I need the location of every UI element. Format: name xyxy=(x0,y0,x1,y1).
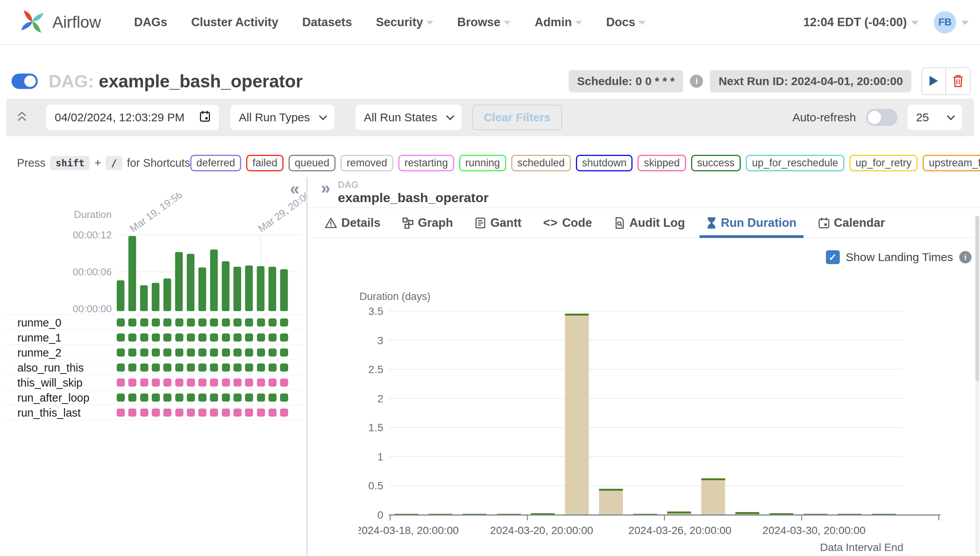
task-instance-success[interactable] xyxy=(175,318,183,327)
task-instance-success[interactable] xyxy=(233,348,242,357)
tab-gantt[interactable]: Gantt xyxy=(468,208,529,238)
task-instance-skipped[interactable] xyxy=(198,409,206,417)
task-name[interactable]: also_run_this xyxy=(17,362,84,374)
task-instance-success[interactable] xyxy=(245,363,253,372)
task-instance-skipped[interactable] xyxy=(222,409,230,417)
task-instance-skipped[interactable] xyxy=(257,378,265,387)
task-instance-success[interactable] xyxy=(163,363,171,372)
task-instance-success[interactable] xyxy=(198,318,206,327)
task-instance-success[interactable] xyxy=(152,348,160,357)
task-instance-success[interactable] xyxy=(128,318,136,327)
task-instance-success[interactable] xyxy=(117,394,125,402)
task-instance-success[interactable] xyxy=(117,348,125,357)
legend-pill-shutdown[interactable]: shutdown xyxy=(576,155,633,171)
delete-dag-button[interactable] xyxy=(946,67,971,95)
task-instance-skipped[interactable] xyxy=(187,378,195,387)
task-instance-success[interactable] xyxy=(140,394,148,402)
task-instance-success[interactable] xyxy=(245,318,253,327)
task-instance-success[interactable] xyxy=(268,348,277,357)
tab-graph[interactable]: Graph xyxy=(395,208,460,238)
task-instance-success[interactable] xyxy=(245,333,253,342)
legend-pill-up-for-retry[interactable]: up_for_retry xyxy=(849,155,918,171)
task-instance-skipped[interactable] xyxy=(268,378,277,387)
task-instance-success[interactable] xyxy=(163,333,171,342)
task-instance-success[interactable] xyxy=(187,394,195,402)
task-instance-success[interactable] xyxy=(233,318,242,327)
clock-dropdown[interactable]: 12:04 EDT (-04:00) xyxy=(803,15,918,29)
task-instance-success[interactable] xyxy=(187,318,195,327)
nav-item-datasets[interactable]: Datasets xyxy=(302,15,352,29)
task-instance-success[interactable] xyxy=(268,333,277,342)
task-instance-success[interactable] xyxy=(175,348,183,357)
task-instance-skipped[interactable] xyxy=(175,378,183,387)
task-instance-success[interactable] xyxy=(245,348,253,357)
task-instance-success[interactable] xyxy=(175,363,183,372)
task-instance-skipped[interactable] xyxy=(198,378,206,387)
scrollbar-thumb[interactable] xyxy=(975,216,979,381)
task-name[interactable]: run_after_loop xyxy=(17,392,89,404)
tab-calendar[interactable]: Calendar xyxy=(811,208,892,238)
task-instance-skipped[interactable] xyxy=(187,409,195,417)
legend-pill-running[interactable]: running xyxy=(459,155,506,171)
task-instance-skipped[interactable] xyxy=(140,378,148,387)
legend-pill-deferred[interactable]: deferred xyxy=(190,155,242,171)
task-instance-skipped[interactable] xyxy=(245,409,253,417)
task-name[interactable]: runme_0 xyxy=(17,317,61,329)
tab-audit-log[interactable]: Audit Log xyxy=(607,208,692,238)
task-instance-success[interactable] xyxy=(233,333,242,342)
task-instance-success[interactable] xyxy=(152,394,160,402)
task-instance-success[interactable] xyxy=(210,348,218,357)
task-instance-skipped[interactable] xyxy=(117,378,125,387)
task-instance-success[interactable] xyxy=(257,318,265,327)
task-instance-success[interactable] xyxy=(222,318,230,327)
task-instance-success[interactable] xyxy=(117,333,125,342)
airflow-brand[interactable]: Airflow xyxy=(18,7,101,38)
nav-item-cluster-activity[interactable]: Cluster Activity xyxy=(191,15,278,29)
task-instance-success[interactable] xyxy=(152,333,160,342)
task-instance-success[interactable] xyxy=(140,363,148,372)
task-instance-skipped[interactable] xyxy=(268,409,277,417)
tab-details[interactable]: Details xyxy=(318,208,388,238)
date-filter-input[interactable]: 04/02/2024, 12:03:29 PM xyxy=(46,105,219,130)
task-instance-success[interactable] xyxy=(128,348,136,357)
legend-pill-upstream-failed[interactable]: upstream_failed xyxy=(923,155,980,171)
legend-pill-scheduled[interactable]: scheduled xyxy=(511,155,571,171)
legend-pill-skipped[interactable]: skipped xyxy=(638,155,686,171)
legend-pill-queued[interactable]: queued xyxy=(289,155,336,171)
run-types-select[interactable]: All Run Types xyxy=(230,105,334,130)
task-instance-success[interactable] xyxy=(268,394,277,402)
info-icon[interactable]: i xyxy=(690,75,703,88)
task-instance-success[interactable] xyxy=(163,318,171,327)
task-instance-success[interactable] xyxy=(245,394,253,402)
task-instance-success[interactable] xyxy=(280,333,288,342)
auto-refresh-toggle[interactable] xyxy=(866,109,898,126)
task-instance-skipped[interactable] xyxy=(280,378,288,387)
legend-pill-restarting[interactable]: restarting xyxy=(398,155,454,171)
legend-pill-up-for-reschedule[interactable]: up_for_reschedule xyxy=(746,155,844,171)
task-name[interactable]: runme_1 xyxy=(17,332,61,344)
task-instance-skipped[interactable] xyxy=(163,409,171,417)
task-instance-skipped[interactable] xyxy=(233,378,242,387)
task-instance-skipped[interactable] xyxy=(210,409,218,417)
task-instance-skipped[interactable] xyxy=(152,409,160,417)
task-instance-success[interactable] xyxy=(175,333,183,342)
task-instance-success[interactable] xyxy=(198,348,206,357)
task-instance-skipped[interactable] xyxy=(222,378,230,387)
task-instance-success[interactable] xyxy=(128,363,136,372)
task-instance-skipped[interactable] xyxy=(245,378,253,387)
checkbox-checked-icon[interactable]: ✓ xyxy=(826,250,840,264)
task-instance-success[interactable] xyxy=(128,394,136,402)
legend-pill-failed[interactable]: failed xyxy=(246,155,284,171)
task-instance-skipped[interactable] xyxy=(140,409,148,417)
task-instance-success[interactable] xyxy=(268,318,277,327)
task-instance-skipped[interactable] xyxy=(257,409,265,417)
task-instance-success[interactable] xyxy=(280,318,288,327)
task-instance-success[interactable] xyxy=(268,363,277,372)
task-instance-skipped[interactable] xyxy=(128,378,136,387)
run-states-select[interactable]: All Run States xyxy=(356,105,461,130)
run-duration-chart[interactable]: Duration (days)3.532.521.510.502024-03-1… xyxy=(359,291,944,556)
task-instance-success[interactable] xyxy=(280,394,288,402)
task-instance-skipped[interactable] xyxy=(128,409,136,417)
tab-run-duration[interactable]: Run Duration xyxy=(700,208,803,238)
avatar[interactable]: FB xyxy=(934,11,956,33)
